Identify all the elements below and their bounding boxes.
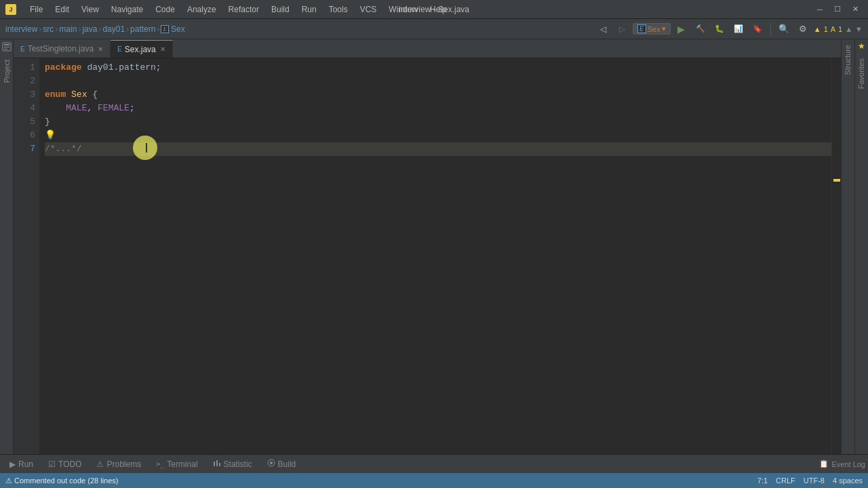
maximize-button[interactable]: ☐ bbox=[830, 4, 845, 15]
breadcrumb-day01[interactable]: day01 bbox=[102, 24, 125, 34]
search-everywhere-button[interactable]: 🔍 bbox=[776, 21, 792, 37]
structure-panel[interactable]: Structure bbox=[841, 39, 854, 454]
tab-icon-testsingleton: E bbox=[20, 45, 25, 53]
code-line-2 bbox=[45, 75, 835, 88]
close-button[interactable]: ✕ bbox=[848, 4, 863, 15]
favorites-star-icon[interactable]: ★ bbox=[855, 39, 868, 53]
svg-rect-5 bbox=[216, 460, 218, 466]
tab-close-testsingleton[interactable]: ✕ bbox=[98, 45, 103, 53]
favorites-label[interactable]: Favorites bbox=[855, 53, 868, 94]
project-panel-icon bbox=[1, 41, 12, 52]
menu-file[interactable]: File bbox=[24, 3, 48, 16]
cursor-position[interactable]: 7:1 bbox=[757, 476, 768, 485]
todo-icon: ☑ bbox=[48, 460, 56, 469]
enum-icon: E bbox=[161, 25, 169, 33]
forward-button[interactable]: ▷ bbox=[614, 21, 630, 37]
line-num-1: 1 bbox=[14, 61, 35, 75]
back-button[interactable]: ◁ bbox=[595, 21, 611, 37]
tab-sex[interactable]: E Sex.java ✕ bbox=[111, 40, 173, 58]
event-log-area: 📋 Event Log bbox=[819, 460, 865, 468]
warning-bulb-icon[interactable]: 💡 bbox=[45, 129, 56, 142]
project-label[interactable]: Project bbox=[1, 54, 13, 88]
bottom-bar: ▶ Run ☑ TODO ⚠ Problems >_ Terminal Stat… bbox=[0, 454, 868, 473]
menu-tools[interactable]: Tools bbox=[323, 3, 353, 16]
bottom-tab-statistic[interactable]: Statistic bbox=[206, 458, 259, 470]
bottom-tab-todo[interactable]: ☑ TODO bbox=[41, 458, 88, 470]
menu-view[interactable]: View bbox=[76, 3, 104, 16]
comment-block: /*...*/ bbox=[45, 142, 82, 156]
breadcrumb-main[interactable]: main bbox=[59, 24, 77, 34]
code-content[interactable]: package day01.pattern; enum Sex { MALE, … bbox=[39, 58, 841, 454]
indent-settings[interactable]: 4 spaces bbox=[833, 476, 863, 485]
statistic-icon bbox=[213, 459, 221, 469]
window-title: interview - Sex.java bbox=[399, 5, 469, 14]
keyword-enum: enum bbox=[45, 88, 66, 102]
error-stripe-marker[interactable] bbox=[833, 179, 840, 182]
menu-code[interactable]: Code bbox=[150, 3, 180, 16]
package-name: day01.pattern bbox=[87, 61, 155, 75]
favorites-panel[interactable]: ★ Favorites bbox=[854, 39, 868, 454]
bookmark-button[interactable]: 🔖 bbox=[749, 21, 766, 37]
tab-testsingleton[interactable]: E TestSingleton.java ✕ bbox=[14, 40, 111, 58]
code-line-7: /*...*/ bbox=[45, 142, 835, 156]
menu-analyze[interactable]: Analyze bbox=[182, 3, 222, 16]
breadcrumb-src[interactable]: src bbox=[43, 24, 54, 34]
run-icon: ▶ bbox=[9, 460, 16, 469]
bottom-tab-problems[interactable]: ⚠ Problems bbox=[90, 458, 148, 470]
line-num-4: 4 bbox=[14, 102, 35, 115]
bottom-tab-build[interactable]: Build bbox=[260, 458, 303, 470]
breadcrumb-sep-4: › bbox=[98, 24, 101, 34]
tab-close-sex[interactable]: ✕ bbox=[160, 45, 165, 53]
code-editor[interactable]: 1 2 3 4 5 6 7 35 package day01.pattern; … bbox=[14, 58, 841, 454]
coverage-button[interactable]: 📊 bbox=[730, 21, 747, 37]
breadcrumb-sep-1: › bbox=[39, 24, 41, 34]
terminal-label: Terminal bbox=[167, 460, 197, 469]
breadcrumb-sex[interactable]: Sex bbox=[171, 24, 185, 34]
menu-navigate[interactable]: Navigate bbox=[106, 3, 149, 16]
breadcrumb: interview › src › main › java › day01 › … bbox=[5, 24, 185, 34]
error-stripe-panel bbox=[831, 58, 841, 454]
svg-rect-2 bbox=[4, 47, 9, 47]
tab-label-sex: Sex.java bbox=[125, 45, 156, 54]
project-panel[interactable]: Project bbox=[0, 39, 14, 454]
structure-label[interactable]: Structure bbox=[842, 39, 854, 81]
breadcrumb-sep-6: › bbox=[157, 24, 159, 34]
event-log-label[interactable]: Event Log bbox=[831, 460, 865, 468]
code-line-1: package day01.pattern; bbox=[45, 61, 835, 75]
line-num-5: 5 bbox=[14, 115, 35, 129]
nav-bar: interview › src › main › java › day01 › … bbox=[0, 19, 868, 39]
breadcrumb-java[interactable]: java bbox=[82, 24, 97, 34]
chevron-up-icon[interactable]: ▲ bbox=[845, 25, 852, 33]
settings-button[interactable]: ⚙ bbox=[795, 21, 811, 37]
tab-label-testsingleton: TestSingleton.java bbox=[28, 44, 94, 54]
window-controls: ─ ☐ ✕ bbox=[812, 4, 863, 15]
code-line-6: 💡 bbox=[45, 129, 835, 142]
menu-vcs[interactable]: VCS bbox=[355, 3, 382, 16]
bottom-tab-run[interactable]: ▶ Run bbox=[3, 458, 40, 470]
statistic-label: Statistic bbox=[224, 460, 252, 469]
menu-build[interactable]: Build bbox=[266, 3, 295, 16]
menu-refactor[interactable]: Refactor bbox=[223, 3, 264, 16]
build-button[interactable]: 🔨 bbox=[692, 21, 709, 37]
encoding[interactable]: UTF-8 bbox=[804, 476, 825, 485]
tab-icon-sex: E bbox=[117, 45, 122, 53]
menu-run[interactable]: Run bbox=[296, 3, 322, 16]
chevron-down-icon[interactable]: ▼ bbox=[855, 25, 863, 33]
toolbar-sep bbox=[770, 22, 771, 36]
tabs-bar: E TestSingleton.java ✕ E Sex.java ✕ bbox=[14, 39, 841, 58]
line-num-6: 6 bbox=[14, 129, 35, 142]
minimize-button[interactable]: ─ bbox=[812, 4, 827, 15]
run-button[interactable]: ▶ bbox=[673, 21, 690, 37]
debug-button[interactable]: 🐛 bbox=[711, 21, 728, 37]
bottom-tab-terminal[interactable]: >_ Terminal bbox=[149, 458, 204, 470]
line-ending[interactable]: CRLF bbox=[776, 476, 795, 485]
line-num-7: 7 bbox=[14, 142, 35, 156]
sex-dropdown[interactable]: E Sex ▾ bbox=[633, 23, 671, 35]
warning-count: 1 bbox=[824, 25, 828, 33]
menu-bar: File Edit View Navigate Code Analyze Ref… bbox=[24, 3, 452, 16]
breadcrumb-pattern[interactable]: pattern bbox=[130, 24, 155, 34]
todo-label: TODO bbox=[58, 460, 81, 469]
svg-rect-4 bbox=[214, 462, 215, 466]
breadcrumb-interview[interactable]: interview bbox=[5, 24, 37, 34]
menu-edit[interactable]: Edit bbox=[50, 3, 75, 16]
